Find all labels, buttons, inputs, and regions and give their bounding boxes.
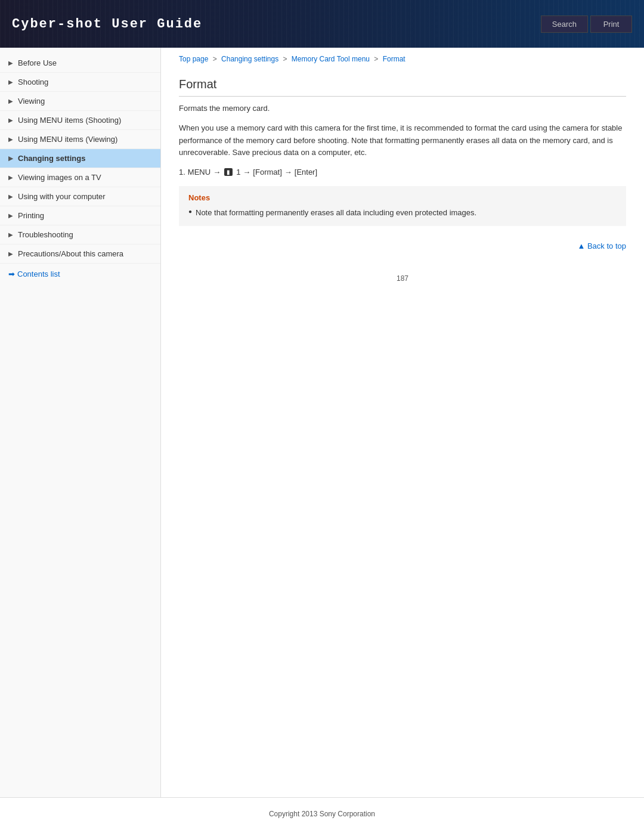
chevron-icon: ▶ <box>8 60 14 66</box>
arrow-sym-2: → <box>243 168 250 176</box>
sidebar-item-label: Before Use <box>18 58 57 67</box>
sidebar-item-label: Printing <box>18 211 44 220</box>
breadcrumb: Top page > Changing settings > Memory Ca… <box>179 48 626 68</box>
chevron-icon: ▶ <box>8 212 14 219</box>
chevron-icon: ▶ <box>8 250 14 257</box>
chevron-icon: ▶ <box>8 79 14 85</box>
step-format-label: [Format] <box>253 168 281 176</box>
description-2: When you use a memory card with this cam… <box>179 122 626 159</box>
menu-icon-image: ▮ <box>224 168 233 176</box>
back-to-top-label: Back to top <box>587 241 626 250</box>
header: Cyber-shot User Guide Search Print <box>0 0 644 48</box>
sidebar-item-label: Using with your computer <box>18 192 106 201</box>
triangle-up-icon: ▲ <box>577 241 587 250</box>
sidebar: ▶ Before Use ▶ Shooting ▶ Viewing ▶ Usin… <box>0 48 161 797</box>
sidebar-item-precautions[interactable]: ▶ Precautions/About this camera <box>0 244 160 264</box>
sidebar-item-label: Using MENU items (Viewing) <box>18 135 117 144</box>
sidebar-item-label: Viewing images on a TV <box>18 173 101 182</box>
content-area: Top page > Changing settings > Memory Ca… <box>161 48 644 797</box>
step-menu: MENU <box>188 168 210 176</box>
sidebar-item-label: Shooting <box>18 78 48 86</box>
sidebar-item-label: Precautions/About this camera <box>18 249 123 258</box>
notes-box: Notes Note that formatting permanently e… <box>179 186 626 226</box>
main-layout: ▶ Before Use ▶ Shooting ▶ Viewing ▶ Usin… <box>0 48 644 797</box>
page-number: 187 <box>179 268 626 289</box>
chevron-icon: ▶ <box>8 136 14 143</box>
sidebar-item-label: Changing settings <box>18 154 85 163</box>
sidebar-item-label: Using MENU items (Shooting) <box>18 116 121 125</box>
sidebar-item-using-menu-viewing[interactable]: ▶ Using MENU items (Viewing) <box>0 130 160 149</box>
chevron-icon: ▶ <box>8 117 14 123</box>
sidebar-item-shooting[interactable]: ▶ Shooting <box>0 73 160 92</box>
page-title: Format <box>179 78 626 97</box>
sidebar-item-label: Viewing <box>18 97 45 106</box>
arrow-sym-3: → <box>284 168 292 176</box>
back-to-top-link[interactable]: ▲ Back to top <box>577 241 626 250</box>
sidebar-item-using-menu-shooting[interactable]: ▶ Using MENU items (Shooting) <box>0 111 160 130</box>
arrow-sym-1: → <box>213 168 221 176</box>
header-buttons: Search Print <box>541 16 632 33</box>
print-button[interactable]: Print <box>590 16 632 33</box>
breadcrumb-format[interactable]: Format <box>383 55 405 63</box>
contents-list-link[interactable]: ➡ Contents list <box>0 264 160 284</box>
search-button[interactable]: Search <box>541 16 588 33</box>
chevron-icon: ▶ <box>8 193 14 200</box>
chevron-icon: ▶ <box>8 98 14 104</box>
description-1: Formats the memory card. <box>179 103 626 115</box>
sidebar-item-printing[interactable]: ▶ Printing <box>0 206 160 225</box>
sidebar-item-troubleshooting[interactable]: ▶ Troubleshooting <box>0 225 160 244</box>
back-to-top: ▲ Back to top <box>179 236 626 256</box>
step-number: 1. <box>179 168 185 176</box>
step-enter-label: [Enter] <box>295 168 317 176</box>
step-icon-label: 1 <box>236 168 240 176</box>
footer: Copyright 2013 Sony Corporation <box>0 797 644 830</box>
sidebar-item-using-computer[interactable]: ▶ Using with your computer <box>0 187 160 206</box>
contents-link-label: Contents list <box>17 270 60 278</box>
chevron-icon: ▶ <box>8 155 14 162</box>
notes-title: Notes <box>188 193 617 202</box>
chevron-icon: ▶ <box>8 174 14 181</box>
breadcrumb-memory-card-tool[interactable]: Memory Card Tool menu <box>292 55 370 63</box>
breadcrumb-changing-settings[interactable]: Changing settings <box>221 55 278 63</box>
sidebar-item-label: Troubleshooting <box>18 230 73 239</box>
notes-item-0: Note that formatting permanently erases … <box>188 207 617 219</box>
sidebar-item-viewing[interactable]: ▶ Viewing <box>0 92 160 111</box>
copyright-text: Copyright 2013 Sony Corporation <box>269 810 375 818</box>
breadcrumb-top-page[interactable]: Top page <box>179 55 208 63</box>
sidebar-item-changing-settings[interactable]: ▶ Changing settings <box>0 149 160 168</box>
arrow-right-icon: ➡ <box>8 270 15 278</box>
step-instruction: 1. MENU → ▮ 1 → [Format] → [Enter] <box>179 168 626 176</box>
sidebar-item-before-use[interactable]: ▶ Before Use <box>0 54 160 73</box>
app-title: Cyber-shot User Guide <box>12 17 202 32</box>
chevron-icon: ▶ <box>8 231 14 238</box>
sidebar-item-viewing-tv[interactable]: ▶ Viewing images on a TV <box>0 168 160 187</box>
